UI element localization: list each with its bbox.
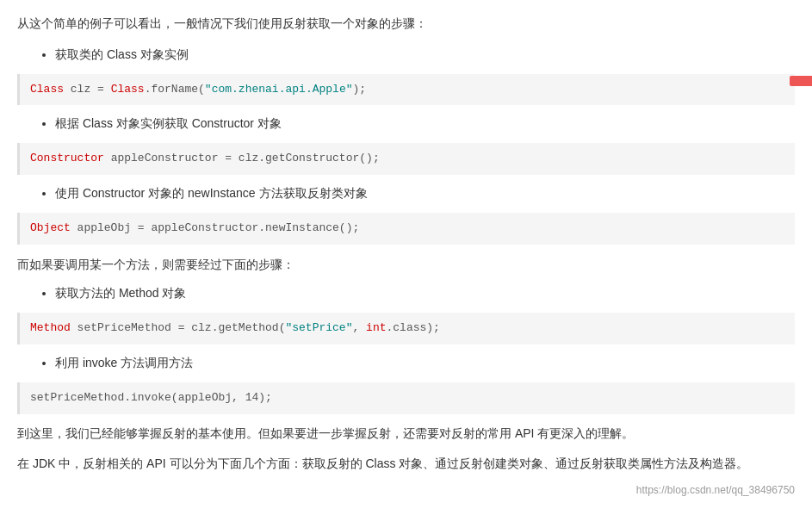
footer-url: https://blog.csdn.net/qq_38496750 <box>17 481 795 499</box>
code-block-4: Method setPriceMethod = clz.getMethod("s… <box>17 313 795 345</box>
summary-text-1: 到这里，我们已经能够掌握反射的基本使用。但如果要进一步掌握反射，还需要对反射的常… <box>17 423 795 444</box>
intro-text: 从这个简单的例子可以看出，一般情况下我们使用反射获取一个对象的步骤： <box>17 14 795 34</box>
bullet-item-1: 获取类的 Class 对象实例 <box>55 45 795 65</box>
code-block-1: Class clz = Class.forName("com.zhenai.ap… <box>17 74 795 106</box>
bullet-item-5: 利用 invoke 方法调用方法 <box>55 353 795 374</box>
bullet-item-3: 使用 Constructor 对象的 newInstance 方法获取反射类对象 <box>55 183 795 204</box>
code-keyword-method: Method <box>30 321 71 334</box>
code-block-5: setPriceMethod.invoke(appleObj, 14); <box>17 382 795 414</box>
code-block-3: Object appleObj = appleConstructor.newIn… <box>17 213 795 245</box>
summary-text-2: 在 JDK 中，反射相关的 API 可以分为下面几个方面：获取反射的 Class… <box>17 453 795 475</box>
code-string-1: "com.zhenai.api.Apple" <box>205 83 353 96</box>
code-keyword-int: int <box>366 321 386 334</box>
code-block-2: Constructor appleConstructor = clz.getCo… <box>17 143 795 175</box>
code-string-2: "setPrice" <box>285 321 352 334</box>
method-intro-text: 而如果要调用某一个方法，则需要经过下面的步骤： <box>17 255 795 276</box>
code-keyword-object: Object <box>30 221 71 234</box>
toc-button[interactable]: 目录 <box>790 76 812 86</box>
code-keyword-class: Class <box>30 83 64 96</box>
code-keyword-class2: Class <box>111 83 145 96</box>
bullet-item-4: 获取方法的 Method 对象 <box>55 283 795 304</box>
code-keyword-constructor: Constructor <box>30 152 104 164</box>
bullet-item-2: 根据 Class 对象实例获取 Constructor 对象 <box>55 114 795 134</box>
